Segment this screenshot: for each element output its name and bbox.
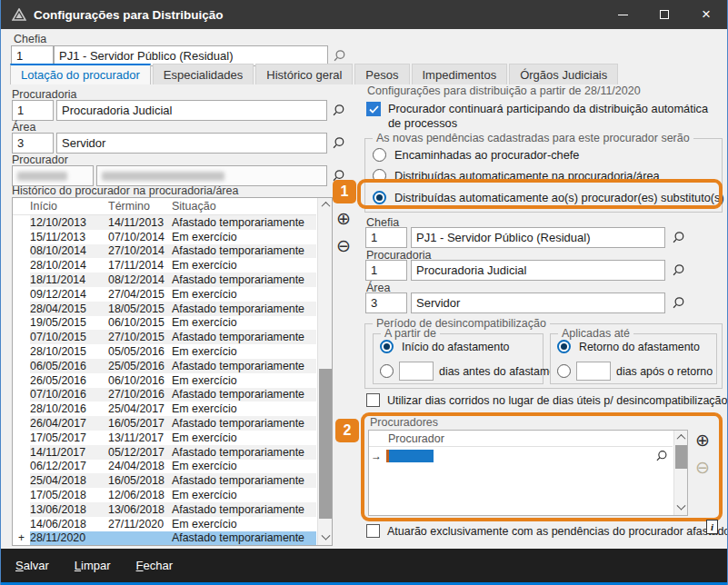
table-row[interactable]: 08/10/201427/10/2014Afastado temporariam… — [13, 244, 316, 259]
table-row[interactable]: 26/04/201716/05/2017Afastado temporariam… — [13, 416, 316, 431]
chefia-top-search-icon[interactable] — [332, 48, 347, 64]
area-code-field[interactable]: 3 — [12, 133, 54, 154]
scroll-up-icon[interactable] — [318, 198, 333, 212]
option-label: Retorno do afastamento — [579, 341, 700, 353]
tab-lotacao-do-procurador[interactable]: Lotação do procurador — [10, 64, 151, 84]
procuradoria-right-search-icon[interactable] — [671, 263, 686, 278]
scroll-up-icon[interactable] — [674, 431, 688, 444]
procurador-name-field[interactable] — [96, 165, 327, 186]
scrollbar-thumb[interactable] — [675, 445, 687, 469]
col-termino[interactable]: Término — [108, 200, 172, 213]
radio-icon[interactable] — [373, 169, 386, 183]
procuradoria-code-field[interactable]: 1 — [12, 100, 54, 121]
tab-especialidades[interactable]: Especialidades — [153, 64, 254, 84]
area-right-search-icon[interactable] — [671, 295, 686, 311]
dias-corridos-checkbox[interactable] — [366, 393, 380, 407]
chefia-search-icon[interactable] — [671, 230, 686, 245]
procuradores-remove-button[interactable]: ⊖ — [695, 459, 710, 476]
table-row[interactable]: 06/05/201625/05/2016Afastado temporariam… — [13, 359, 316, 373]
cell-situacao: Em exercício — [172, 345, 316, 358]
history-add-button[interactable]: ⊕ — [336, 210, 351, 227]
option-retorno-afastamento[interactable]: Retorno do afastamento — [557, 340, 700, 353]
minimize-button[interactable] — [602, 0, 643, 29]
procurador-code-field[interactable] — [12, 165, 94, 186]
option-dias-antes[interactable]: dias antes do afastamento — [380, 362, 571, 381]
tab-orgaos-judiciais[interactable]: Órgãos Judiciais — [509, 64, 618, 84]
procuradoria-right-code-field[interactable]: 1 — [365, 260, 407, 281]
area-right-code-field[interactable]: 3 — [365, 292, 407, 313]
table-row[interactable]: 18/11/201408/12/2014Afastado temporariam… — [13, 273, 316, 287]
scroll-down-icon[interactable] — [674, 501, 688, 515]
table-row[interactable]: 14/06/201827/11/2020Em exercício — [13, 517, 316, 531]
tab-impedimentos[interactable]: Impedimentos — [412, 64, 508, 84]
scrollbar-thumb[interactable] — [319, 369, 332, 519]
col-procurador[interactable]: Procurador — [388, 432, 444, 445]
procuradoria-right-name-field[interactable]: Procuradoria Judicial — [411, 260, 665, 281]
cell-termino: 14/11/2013 — [108, 216, 172, 229]
continua-checkbox[interactable] — [366, 102, 381, 116]
redacted-selected-cell — [386, 450, 434, 462]
procuradores-scrollbar[interactable] — [673, 431, 687, 515]
scroll-down-icon[interactable] — [318, 531, 333, 545]
history-remove-button[interactable]: ⊖ — [336, 237, 351, 254]
tab-pesos[interactable]: Pesos — [354, 64, 409, 84]
option-encaminhadas[interactable]: Encaminhadas ao procurador-chefe — [373, 148, 579, 162]
table-row[interactable]: 09/12/201427/04/2015Em exercício — [13, 287, 316, 302]
fechar-button[interactable]: Fechar — [131, 555, 178, 576]
cell-termino: 27/11/2020 — [108, 518, 172, 530]
table-row[interactable]: 07/10/201627/10/2016Afastado temporariam… — [13, 388, 316, 402]
chefia-name-field[interactable]: PJ1 - Servidor Público (Residual) — [411, 227, 665, 248]
radio-icon[interactable] — [380, 364, 394, 378]
procurador-row[interactable]: → — [369, 448, 673, 463]
area-name-field[interactable]: Servidor — [56, 133, 327, 154]
option-distribuidas-substitutos[interactable]: Distribuídas automaticamente ao(s) procu… — [373, 191, 724, 204]
table-row[interactable]: 07/10/201527/10/2015Afastado temporariam… — [13, 330, 316, 344]
area-search-icon[interactable] — [331, 135, 346, 151]
radio-icon[interactable] — [373, 148, 386, 162]
cell-inicio: 17/05/2018 — [30, 489, 108, 501]
radio-icon[interactable] — [380, 340, 394, 353]
table-row[interactable]: 25/04/201816/05/2018Afastado temporariam… — [13, 473, 316, 488]
table-row[interactable]: 14/11/201705/12/2017Afastado temporariam… — [13, 445, 316, 460]
info-icon[interactable]: i — [706, 520, 718, 534]
table-row[interactable]: 28/04/201518/05/2015Afastado temporariam… — [13, 302, 316, 316]
table-row[interactable]: 13/06/201813/06/2018Afastado temporariam… — [13, 502, 316, 517]
dias-antes-input[interactable] — [399, 362, 434, 381]
salvar-button[interactable]: Salvar — [10, 555, 55, 576]
procurador-row-search-icon[interactable] — [653, 448, 669, 463]
close-button[interactable]: × — [685, 0, 727, 29]
procuradores-list: Procurador → — [368, 430, 688, 516]
chefia-code-field[interactable]: 1 — [365, 227, 407, 248]
option-dias-apos[interactable]: dias após o retorno — [557, 362, 713, 381]
exclusivo-checkbox[interactable] — [366, 524, 380, 538]
table-row[interactable]: 28/10/201505/05/2016Em exercício — [13, 344, 316, 359]
cell-termino: 13/11/2017 — [108, 431, 172, 444]
maximize-button[interactable] — [643, 0, 685, 29]
table-row[interactable]: 17/05/201713/11/2017Em exercício — [13, 431, 316, 445]
col-situacao[interactable]: Situação — [172, 200, 316, 213]
table-row[interactable]: 15/11/201307/10/2014Em exercício — [13, 230, 316, 244]
a-partir-caption: A partir de — [381, 327, 440, 340]
table-row[interactable]: 06/12/201724/04/2018Em exercício — [13, 460, 316, 474]
table-row[interactable]: 28/10/201625/04/2017Em exercício — [13, 402, 316, 416]
radio-icon[interactable] — [557, 340, 571, 353]
dias-apos-input[interactable] — [576, 362, 611, 381]
table-row[interactable]: 12/10/201314/11/2013Afastado temporariam… — [13, 215, 316, 230]
table-row[interactable]: +28/11/2020Afastado temporariamente — [13, 531, 316, 545]
historico-scrollbar[interactable] — [317, 198, 332, 545]
radio-icon[interactable] — [557, 364, 571, 378]
col-inicio[interactable]: Início — [30, 200, 108, 213]
tab-historico-geral[interactable]: Histórico geral — [255, 64, 353, 84]
procuradoria-name-field[interactable]: Procuradoria Judicial — [56, 100, 327, 121]
option-distribuidas-area[interactable]: Distribuídas automaticamente na procurad… — [373, 169, 660, 183]
area-right-name-field[interactable]: Servidor — [411, 292, 665, 313]
procuradores-add-button[interactable]: ⊕ — [695, 431, 710, 449]
table-row[interactable]: 28/10/201417/11/2014Em exercício — [13, 258, 316, 273]
option-inicio-afastamento[interactable]: Início do afastamento — [380, 340, 509, 353]
table-row[interactable]: 17/05/201812/06/2018Em exercício — [13, 488, 316, 502]
radio-icon[interactable] — [373, 191, 386, 204]
table-row[interactable]: 19/05/201506/10/2015Em exercício — [13, 316, 316, 331]
table-row[interactable]: 26/05/201606/10/2016Em exercício — [13, 373, 316, 388]
limpar-button[interactable]: Limpar — [69, 555, 116, 576]
procuradoria-search-icon[interactable] — [331, 103, 346, 118]
